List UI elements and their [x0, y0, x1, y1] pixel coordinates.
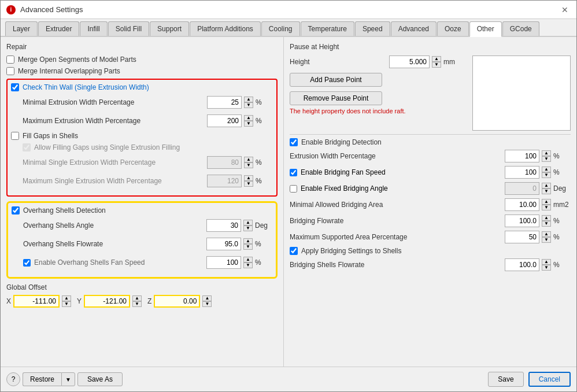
merge-open-checkbox[interactable]: [6, 56, 14, 64]
min-extrusion-input[interactable]: [207, 96, 242, 109]
footer: ? Restore ▼ Save As Save Cancel: [1, 367, 576, 391]
bridging-fan-down[interactable]: ▼: [542, 172, 551, 178]
allow-filling-checkbox[interactable]: [23, 143, 31, 151]
tab-layer[interactable]: Layer: [5, 21, 38, 36]
bridging-flowrate-input[interactable]: [505, 215, 539, 227]
remove-pause-button[interactable]: Remove Pause Point: [290, 91, 382, 105]
min-single-down[interactable]: ▼: [244, 162, 253, 168]
tab-ooze[interactable]: Ooze: [437, 21, 469, 36]
z-axis-label: Z: [147, 297, 151, 305]
overhang-flowrate-down[interactable]: ▼: [243, 244, 253, 250]
fixed-angle-input[interactable]: [505, 182, 539, 195]
height-input[interactable]: [389, 56, 430, 68]
enable-overhang-fan-checkbox[interactable]: [23, 259, 31, 267]
max-supported-down[interactable]: ▼: [542, 237, 551, 243]
height-unit: mm: [443, 58, 461, 66]
min-bridging-area-input[interactable]: [505, 198, 539, 211]
overhang-fan-spinners: ▲ ▼: [243, 257, 253, 268]
min-bridging-area-field: ▲ ▼ mm2: [505, 198, 571, 211]
close-button[interactable]: ✕: [559, 4, 571, 16]
enable-bridging-checkbox[interactable]: [290, 138, 298, 146]
save-as-button[interactable]: Save As: [77, 372, 123, 386]
tab-extruder[interactable]: Extruder: [38, 21, 79, 36]
restore-button[interactable]: Restore: [23, 372, 61, 386]
overhang-fan-up[interactable]: ▲: [243, 257, 253, 262]
tab-temperature[interactable]: Temperature: [301, 21, 354, 36]
min-extrusion-down[interactable]: ▼: [244, 102, 253, 108]
restore-dropdown-arrow[interactable]: ▼: [61, 372, 75, 386]
bridging-flowrate-down[interactable]: ▼: [542, 221, 551, 227]
extrusion-width-up[interactable]: ▲: [542, 150, 551, 156]
max-extrusion-down[interactable]: ▼: [244, 121, 253, 127]
x-offset-field: X ▲ ▼: [6, 295, 71, 308]
y-offset-up[interactable]: ▲: [132, 295, 142, 301]
shells-flowrate-up[interactable]: ▲: [542, 259, 551, 265]
cancel-button[interactable]: Cancel: [528, 372, 571, 387]
z-offset-down[interactable]: ▼: [202, 301, 212, 307]
extrusion-width-down[interactable]: ▼: [542, 156, 551, 162]
add-pause-button[interactable]: Add Pause Point: [290, 73, 382, 87]
tab-platform-additions[interactable]: Platform Additions: [190, 21, 261, 36]
min-bridging-area-down[interactable]: ▼: [542, 205, 551, 210]
tab-cooling[interactable]: Cooling: [261, 21, 300, 36]
fixed-angle-checkbox[interactable]: [290, 185, 297, 193]
max-single-down[interactable]: ▼: [244, 181, 253, 187]
overhang-angle-up[interactable]: ▲: [243, 220, 253, 225]
extrusion-width-input[interactable]: [505, 150, 539, 162]
overhang-detection-checkbox[interactable]: [12, 206, 20, 215]
x-offset-input[interactable]: [13, 295, 60, 308]
overhang-flowrate-input[interactable]: [206, 238, 241, 250]
shells-flowrate-input[interactable]: [505, 258, 539, 271]
z-offset-up[interactable]: ▲: [202, 295, 212, 301]
overhang-flowrate-up[interactable]: ▲: [243, 238, 253, 244]
height-down[interactable]: ▼: [432, 62, 441, 68]
max-single-input[interactable]: [207, 175, 242, 187]
bridging-fan-checkbox[interactable]: [290, 169, 297, 176]
tab-speed[interactable]: Speed: [355, 21, 390, 36]
x-offset-down[interactable]: ▼: [62, 301, 71, 307]
tab-other[interactable]: Other: [469, 21, 502, 37]
min-single-row: Minimal Single Extrusion Width Percentag…: [11, 155, 273, 170]
max-extrusion-input[interactable]: [207, 114, 242, 127]
z-offset-field: Z ▲ ▼: [147, 295, 212, 308]
max-supported-spinners: ▲ ▼: [542, 231, 551, 243]
tab-support[interactable]: Support: [150, 21, 189, 36]
max-extrusion-up[interactable]: ▲: [244, 115, 253, 121]
tab-solid-fill[interactable]: Solid Fill: [108, 21, 149, 36]
check-thin-wall-checkbox[interactable]: [11, 83, 19, 91]
z-offset-input[interactable]: [154, 295, 200, 308]
overhang-angle-down[interactable]: ▼: [243, 225, 253, 231]
fixed-angle-down[interactable]: ▼: [542, 188, 551, 194]
bridging-fan-unit: %: [553, 168, 571, 176]
max-supported-up[interactable]: ▲: [542, 231, 551, 237]
tab-gcode[interactable]: GCode: [502, 21, 539, 36]
min-bridging-area-spinners: ▲ ▼: [542, 199, 551, 210]
overhang-fan-input[interactable]: [206, 256, 241, 269]
fill-gaps-checkbox[interactable]: [11, 132, 19, 140]
bridging-fan-input[interactable]: [505, 166, 539, 179]
overhang-angle-input[interactable]: [206, 219, 241, 232]
min-single-up[interactable]: ▲: [244, 157, 253, 162]
y-offset-down[interactable]: ▼: [132, 301, 142, 307]
shells-flowrate-down[interactable]: ▼: [542, 265, 551, 271]
tab-advanced[interactable]: Advanced: [391, 21, 437, 36]
min-single-input[interactable]: [207, 156, 242, 169]
height-row: Height ▲ ▼ mm: [290, 56, 461, 68]
apply-bridging-checkbox[interactable]: [290, 247, 298, 255]
help-button[interactable]: ?: [6, 372, 20, 386]
tab-infill[interactable]: Infill: [80, 21, 107, 36]
x-offset-up[interactable]: ▲: [62, 295, 71, 301]
bridging-flowrate-up[interactable]: ▲: [542, 215, 551, 221]
overhang-fan-down[interactable]: ▼: [243, 262, 253, 268]
min-bridging-area-up[interactable]: ▲: [542, 199, 551, 205]
height-up[interactable]: ▲: [432, 56, 441, 62]
y-offset-input[interactable]: [84, 295, 130, 308]
bridging-fan-up[interactable]: ▲: [542, 167, 551, 172]
fill-gaps-row: Fill Gaps in Shells: [11, 132, 273, 140]
save-button[interactable]: Save: [488, 372, 523, 387]
max-supported-input[interactable]: [505, 231, 539, 243]
fixed-angle-up[interactable]: ▲: [542, 183, 551, 188]
max-single-up[interactable]: ▲: [244, 175, 253, 181]
min-extrusion-up[interactable]: ▲: [244, 97, 253, 102]
merge-internal-checkbox[interactable]: [6, 67, 14, 75]
